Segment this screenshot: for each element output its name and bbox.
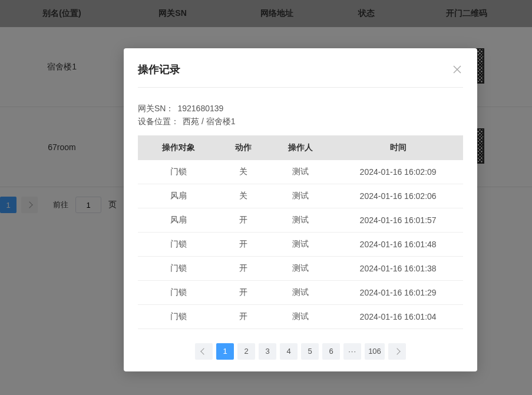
cell-time: 2024-01-16 16:01:38 <box>333 256 463 280</box>
cell-time: 2024-01-16 16:02:06 <box>333 184 463 208</box>
operation-table: 操作对象 动作 操作人 时间 门锁关测试2024-01-16 16:02:09风… <box>138 135 463 329</box>
page-prev-button[interactable] <box>195 343 213 360</box>
modal-header: 操作记录 <box>138 62 463 88</box>
cell-target: 门锁 <box>138 256 219 280</box>
cell-time: 2024-01-16 16:01:48 <box>333 232 463 256</box>
table-row: 门锁开测试2024-01-16 16:01:04 <box>138 304 463 328</box>
cell-operator: 测试 <box>268 256 333 280</box>
cell-time: 2024-01-16 16:01:57 <box>333 208 463 232</box>
close-icon <box>453 65 461 74</box>
device-location-label: 设备位置： <box>138 115 179 128</box>
table-row: 门锁关测试2024-01-16 16:02:09 <box>138 160 463 184</box>
cell-operator: 测试 <box>268 184 333 208</box>
operation-log-modal: 操作记录 网关SN： 1921680139 设备位置： 西苑 / 宿舍楼1 操作… <box>124 48 477 371</box>
cell-time: 2024-01-16 16:01:04 <box>333 304 463 328</box>
cell-operator: 测试 <box>268 232 333 256</box>
cell-time: 2024-01-16 16:02:09 <box>333 160 463 184</box>
modal-title: 操作记录 <box>138 62 180 77</box>
table-row: 门锁开测试2024-01-16 16:01:38 <box>138 256 463 280</box>
page-3-button[interactable]: 3 <box>259 343 276 360</box>
page-2-button[interactable]: 2 <box>237 343 255 360</box>
cell-target: 风扇 <box>138 208 219 232</box>
close-button[interactable] <box>451 64 463 75</box>
cell-target: 风扇 <box>138 184 219 208</box>
cell-target: 门锁 <box>138 280 219 304</box>
cell-action: 开 <box>219 232 268 256</box>
col-action: 动作 <box>219 135 268 160</box>
col-time: 时间 <box>333 135 463 160</box>
chevron-left-icon <box>200 348 207 354</box>
cell-action: 关 <box>219 184 268 208</box>
chevron-right-icon <box>394 348 400 354</box>
page-last-button[interactable]: 106 <box>365 343 385 360</box>
page-1-button[interactable]: 1 <box>216 343 234 360</box>
col-target: 操作对象 <box>138 135 219 160</box>
cell-action: 关 <box>219 160 268 184</box>
cell-target: 门锁 <box>138 304 219 328</box>
table-row: 风扇关测试2024-01-16 16:02:06 <box>138 184 463 208</box>
page-next-button[interactable] <box>388 343 406 360</box>
col-operator: 操作人 <box>268 135 333 160</box>
cell-operator: 测试 <box>268 160 333 184</box>
cell-operator: 测试 <box>268 208 333 232</box>
cell-time: 2024-01-16 16:01:29 <box>333 280 463 304</box>
cell-action: 开 <box>219 256 268 280</box>
cell-target: 门锁 <box>138 232 219 256</box>
table-row: 门锁开测试2024-01-16 16:01:48 <box>138 232 463 256</box>
gateway-sn-label: 网关SN： <box>138 102 174 115</box>
page-4-button[interactable]: 4 <box>280 343 298 360</box>
page-6-button[interactable]: 6 <box>322 343 340 360</box>
table-row: 门锁开测试2024-01-16 16:01:29 <box>138 280 463 304</box>
modal-pagination: 1 2 3 4 5 6 ··· 106 <box>138 329 463 360</box>
cell-action: 开 <box>219 304 268 328</box>
page-ellipsis[interactable]: ··· <box>343 343 361 360</box>
operation-table-header: 操作对象 动作 操作人 时间 <box>138 135 463 160</box>
page-5-button[interactable]: 5 <box>301 343 319 360</box>
cell-target: 门锁 <box>138 160 219 184</box>
cell-action: 开 <box>219 208 268 232</box>
cell-operator: 测试 <box>268 280 333 304</box>
gateway-sn-value: 1921680139 <box>177 102 223 115</box>
device-location-value: 西苑 / 宿舍楼1 <box>183 115 235 128</box>
cell-operator: 测试 <box>268 304 333 328</box>
table-row: 风扇开测试2024-01-16 16:01:57 <box>138 208 463 232</box>
cell-action: 开 <box>219 280 268 304</box>
modal-info: 网关SN： 1921680139 设备位置： 西苑 / 宿舍楼1 <box>138 88 463 135</box>
